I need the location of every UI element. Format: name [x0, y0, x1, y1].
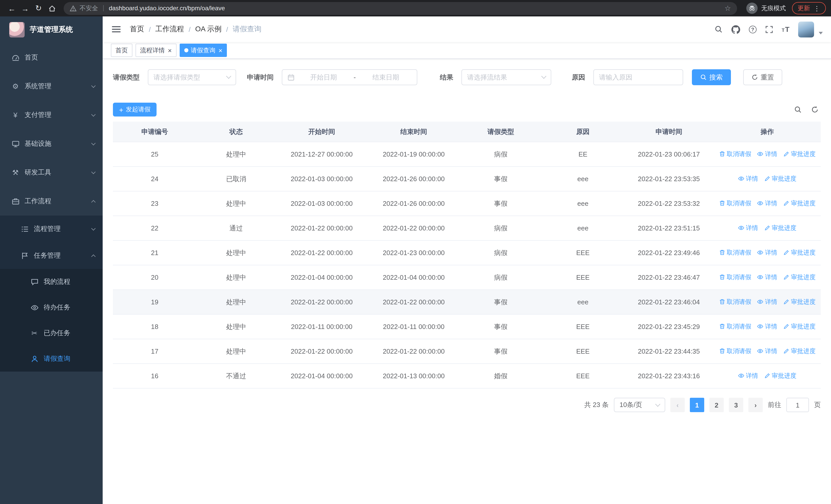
cell-reason: eee [542, 175, 624, 183]
prev-page-button[interactable]: ‹ [670, 398, 685, 412]
cancel-leave-link[interactable]: 取消请假 [719, 347, 751, 356]
fullscreen-icon[interactable] [765, 25, 773, 33]
sidebar-item-dev-tools[interactable]: ⚒ 研发工具 [0, 158, 103, 187]
cell-status: 处理中 [196, 199, 276, 208]
page-size-select[interactable]: 10条/页 [614, 398, 665, 412]
cell-type: 婚假 [460, 371, 542, 381]
tab-home[interactable]: 首页 [111, 43, 133, 57]
home-button[interactable] [45, 2, 58, 15]
refresh-table-icon[interactable] [811, 106, 819, 113]
tab-process-detail[interactable]: 流程详情 × [136, 43, 176, 57]
sidebar-item-done-tasks[interactable]: ✂ 已办任务 [0, 320, 103, 346]
detail-link[interactable]: 详情 [757, 150, 777, 158]
app-logo[interactable]: 芋道管理系统 [0, 17, 103, 43]
sidebar-item-infrastructure[interactable]: 基础设施 [0, 129, 103, 158]
back-button[interactable]: ← [5, 2, 19, 15]
reload-button[interactable]: ↻ [32, 2, 45, 15]
help-icon[interactable]: ? [749, 25, 756, 33]
detail-link[interactable]: 详情 [757, 273, 777, 282]
result-placeholder: 请选择流结果 [467, 72, 507, 82]
close-icon[interactable]: × [168, 47, 172, 54]
avatar-caret-icon[interactable] [819, 32, 823, 34]
result-select[interactable]: 请选择流结果 [461, 69, 551, 85]
toggle-search-icon[interactable] [794, 106, 802, 113]
browser-chrome: ← → ↻ 不安全 dashboard.yudao.iocoder.cn/bpm… [0, 0, 831, 17]
github-icon[interactable] [732, 25, 740, 34]
page-button-3[interactable]: 3 [729, 398, 743, 412]
sidebar-item-task-management[interactable]: 任务管理 [0, 242, 103, 269]
header-search-icon[interactable] [715, 25, 723, 33]
cell-type: 事假 [460, 297, 542, 307]
approval-progress-link[interactable]: 审批进度 [764, 175, 796, 183]
tab-label: 首页 [115, 46, 128, 55]
cell-id: 16 [113, 372, 196, 380]
cancel-leave-link[interactable]: 取消请假 [719, 322, 751, 331]
cancel-leave-link[interactable]: 取消请假 [719, 298, 751, 306]
apply-time-label: 申请时间 [247, 72, 274, 82]
sidebar-item-leave-query[interactable]: 请假查询 [0, 346, 103, 372]
end-date-placeholder[interactable]: 结束日期 [360, 72, 412, 82]
reset-button-label: 重置 [761, 72, 774, 82]
approval-progress-link[interactable]: 审批进度 [764, 224, 796, 233]
search-button[interactable]: 搜索 [692, 69, 731, 85]
cell-apply-time: 2022-01-22 23:46:04 [624, 298, 714, 306]
font-size-icon[interactable]: TT [782, 26, 790, 33]
forward-button[interactable]: → [19, 2, 32, 15]
reason-input[interactable]: 请输入原因 [593, 69, 683, 85]
cell-reason: eee [542, 224, 624, 232]
table-row: 16 不通过 2022-01-04 00:00:00 2022-01-13 00… [113, 364, 821, 388]
page-button-1[interactable]: 1 [690, 398, 704, 412]
sidebar-item-home[interactable]: 首页 [0, 43, 103, 72]
cancel-leave-link[interactable]: 取消请假 [719, 199, 751, 208]
detail-link[interactable]: 详情 [757, 199, 777, 208]
approval-progress-link[interactable]: 审批进度 [783, 273, 815, 282]
approval-progress-link[interactable]: 审批进度 [783, 298, 815, 306]
breadcrumb-workflow[interactable]: 工作流程 [155, 25, 184, 34]
sidebar-item-payment-management[interactable]: ¥ 支付管理 [0, 100, 103, 129]
cancel-leave-link[interactable]: 取消请假 [719, 248, 751, 257]
detail-link[interactable]: 详情 [738, 224, 758, 233]
leave-type-select[interactable]: 请选择请假类型 [148, 69, 236, 85]
security-label[interactable]: 不安全 [80, 4, 98, 12]
breadcrumb-oa-example[interactable]: OA 示例 [195, 25, 222, 34]
header-apply-time: 申请时间 [624, 127, 714, 136]
detail-link[interactable]: 详情 [738, 372, 758, 380]
sidebar-item-system-management[interactable]: ⚙ 系统管理 [0, 72, 103, 100]
bookmark-star-icon[interactable]: ☆ [724, 4, 731, 12]
cancel-leave-link[interactable]: 取消请假 [719, 273, 751, 282]
sidebar-item-todo-tasks[interactable]: 待办任务 [0, 295, 103, 320]
sidebar-toggle-icon[interactable] [111, 23, 122, 36]
approval-progress-link[interactable]: 审批进度 [764, 372, 796, 380]
cancel-leave-link[interactable]: 取消请假 [719, 150, 751, 158]
detail-link[interactable]: 详情 [757, 298, 777, 306]
avatar[interactable] [798, 21, 814, 37]
detail-link[interactable]: 详情 [738, 175, 758, 183]
date-range-input[interactable]: 开始日期 - 结束日期 [282, 69, 417, 85]
start-date-placeholder[interactable]: 开始日期 [298, 72, 349, 82]
approval-progress-link[interactable]: 审批进度 [783, 248, 815, 257]
url-text[interactable]: dashboard.yudao.iocoder.cn/bpm/oa/leave [109, 5, 721, 12]
sidebar-item-process-management[interactable]: 流程管理 [0, 215, 103, 242]
approval-progress-link[interactable]: 审批进度 [783, 347, 815, 356]
update-button[interactable]: 更新 ⋮ [792, 2, 826, 14]
breadcrumb-home[interactable]: 首页 [130, 25, 144, 34]
close-icon[interactable]: × [219, 47, 222, 54]
next-page-button[interactable]: › [748, 398, 763, 412]
browser-menu-icon[interactable]: ⋮ [813, 4, 820, 12]
detail-link[interactable]: 详情 [757, 248, 777, 257]
cell-type: 事假 [460, 322, 542, 331]
sidebar-item-workflow[interactable]: 工作流程 [0, 187, 103, 215]
sidebar-item-my-process[interactable]: 我的流程 [0, 269, 103, 295]
detail-link[interactable]: 详情 [757, 322, 777, 331]
create-leave-button[interactable]: + 发起请假 [113, 102, 156, 117]
approval-progress-link[interactable]: 审批进度 [783, 322, 815, 331]
page-button-2[interactable]: 2 [709, 398, 724, 412]
reset-button[interactable]: 重置 [743, 69, 782, 85]
approval-progress-link[interactable]: 审批进度 [783, 199, 815, 208]
goto-page-input[interactable]: 1 [786, 398, 809, 412]
approval-progress-link[interactable]: 审批进度 [783, 150, 815, 158]
address-bar[interactable]: 不安全 dashboard.yudao.iocoder.cn/bpm/oa/le… [64, 2, 737, 14]
tab-leave-query[interactable]: 请假查询 × [179, 43, 227, 57]
breadcrumb: 首页 / 工作流程 / OA 示例 / 请假查询 [130, 25, 261, 34]
detail-link[interactable]: 详情 [757, 347, 777, 356]
